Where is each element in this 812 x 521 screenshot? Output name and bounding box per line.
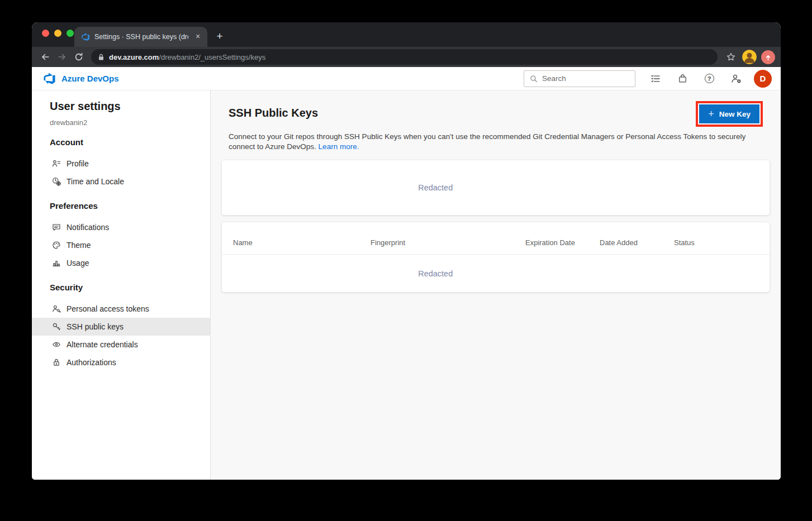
tab-strip: Settings · SSH public keys (dre × + <box>32 22 781 47</box>
learn-more-link[interactable]: Learn more. <box>319 142 359 151</box>
section-items-account: Profile Time and Locale <box>32 155 210 190</box>
page-title: SSH Public Keys <box>229 107 318 120</box>
redacted-text: Redacted <box>222 183 649 192</box>
star-icon <box>726 52 736 62</box>
annotation-highlight-box: + New Key <box>696 101 763 127</box>
sidebar-item-label: Profile <box>67 159 89 168</box>
zoom-window-button[interactable] <box>67 30 74 37</box>
column-header-expiration-date: Expiration Date <box>525 238 600 247</box>
up-arrow-icon <box>764 54 772 61</box>
profile-icon <box>52 159 61 168</box>
lock-shield-icon <box>52 358 61 367</box>
search-box[interactable] <box>524 70 635 87</box>
sidebar-item-alternate-credentials[interactable]: Alternate credentials <box>32 336 210 353</box>
section-items-security: Personal access tokens SSH public keys A… <box>32 300 210 371</box>
new-tab-button[interactable]: + <box>212 28 227 44</box>
url-path: /drewbanin2/_usersSettings/keys <box>159 53 265 61</box>
shopping-bag-icon <box>677 73 688 84</box>
reload-icon <box>74 52 84 62</box>
notifications-icon <box>52 223 61 232</box>
browser-toolbar: dev.azure.com/drewbanin2/_usersSettings/… <box>32 47 781 67</box>
sidebar-item-usage[interactable]: Usage <box>32 254 210 272</box>
eye-icon <box>52 340 61 349</box>
url-domain: dev.azure.com <box>109 53 159 61</box>
sidebar-item-ssh-public-keys[interactable]: SSH public keys <box>32 318 210 336</box>
url-bar[interactable]: dev.azure.com/drewbanin2/_usersSettings/… <box>91 49 718 65</box>
browser-tab[interactable]: Settings · SSH public keys (dre × <box>74 27 207 47</box>
section-items-preferences: Notifications Theme Usage <box>32 218 210 272</box>
sidebar-item-label: Usage <box>67 259 89 267</box>
close-window-button[interactable] <box>42 30 49 37</box>
sidebar-item-notifications[interactable]: Notifications <box>32 218 210 236</box>
back-button[interactable] <box>37 49 53 65</box>
help-button[interactable]: ? <box>696 68 723 90</box>
reload-button[interactable] <box>71 49 87 65</box>
search-icon <box>530 75 538 83</box>
browser-window: Settings · SSH public keys (dre × + <box>32 22 781 480</box>
app-body: User settings drewbanin2 Account Profile <box>32 90 781 480</box>
ssh-key-icon <box>52 322 61 331</box>
azure-devops-app: Azure DevOps <box>32 67 781 480</box>
sidebar-item-label: Notifications <box>67 223 109 232</box>
usage-icon <box>52 259 61 267</box>
sidebar-item-label: Time and Locale <box>67 177 124 186</box>
forward-button[interactable] <box>54 49 70 65</box>
settings-sidebar: User settings drewbanin2 Account Profile <box>32 90 211 480</box>
table-header-row: Name Fingerprint Expiration Date Date Ad… <box>222 222 770 255</box>
section-label-security: Security <box>50 282 210 293</box>
page-description: Connect to your Git repos through SSH Pu… <box>229 132 757 151</box>
sidebar-item-profile[interactable]: Profile <box>32 155 210 173</box>
bookmark-button[interactable] <box>723 49 739 65</box>
sidebar-item-time-and-locale[interactable]: Time and Locale <box>32 173 210 190</box>
column-header-status: Status <box>674 238 770 247</box>
app-header: Azure DevOps <box>32 67 781 90</box>
chrome-update-button[interactable] <box>761 50 775 64</box>
sidebar-item-label: Alternate credentials <box>67 340 138 349</box>
sidebar-username: drewbanin2 <box>50 118 210 127</box>
azure-devops-favicon <box>81 32 90 41</box>
tab-close-icon[interactable]: × <box>193 32 203 42</box>
traffic-lights <box>42 30 74 37</box>
sidebar-item-theme[interactable]: Theme <box>32 236 210 254</box>
sidebar-item-authorizations[interactable]: Authorizations <box>32 353 210 371</box>
forward-arrow-icon <box>57 52 67 62</box>
redacted-card: Redacted <box>222 160 770 215</box>
help-icon: ? <box>705 74 714 83</box>
section-label-preferences: Preferences <box>50 200 210 212</box>
person-key-icon <box>52 304 61 313</box>
marketplace-button[interactable] <box>669 68 696 90</box>
sidebar-item-label: Theme <box>67 241 91 250</box>
section-label-account: Account <box>50 137 210 148</box>
lock-icon <box>98 54 105 61</box>
redacted-text: Redacted <box>222 269 649 278</box>
column-header-fingerprint: Fingerprint <box>371 238 525 247</box>
work-items-button[interactable] <box>642 68 669 90</box>
description-text: Connect to your Git repos through SSH Pu… <box>229 132 745 151</box>
minimize-window-button[interactable] <box>54 30 61 37</box>
plus-icon: + <box>216 30 222 42</box>
theme-icon <box>52 241 61 250</box>
main-content: SSH Public Keys + New Key Connect to you… <box>211 90 781 480</box>
main-header: SSH Public Keys + New Key <box>211 90 781 127</box>
chrome-profile-avatar[interactable] <box>742 50 757 64</box>
user-settings-button[interactable] <box>723 68 749 90</box>
product-name: Azure DevOps <box>61 74 119 83</box>
sidebar-item-personal-access-tokens[interactable]: Personal access tokens <box>32 300 210 318</box>
search-input[interactable] <box>542 74 629 83</box>
plus-icon: + <box>708 109 714 119</box>
tab-title: Settings · SSH public keys (dre <box>94 33 188 41</box>
table-row: Redacted <box>222 255 770 292</box>
sidebar-item-label: Authorizations <box>67 358 116 367</box>
column-header-date-added: Date Added <box>600 238 674 247</box>
azure-devops-logo-icon <box>43 72 56 85</box>
column-header-name: Name <box>233 238 371 247</box>
tasklist-icon <box>650 73 661 84</box>
avatar-initial: D <box>760 74 766 83</box>
time-locale-icon <box>52 177 61 186</box>
sidebar-item-label: SSH public keys <box>67 322 124 331</box>
sidebar-item-label: Personal access tokens <box>67 304 149 313</box>
account-avatar[interactable]: D <box>754 70 772 88</box>
back-arrow-icon <box>40 52 50 62</box>
new-key-button[interactable]: + New Key <box>699 104 759 123</box>
home-link[interactable]: Azure DevOps <box>43 72 119 85</box>
